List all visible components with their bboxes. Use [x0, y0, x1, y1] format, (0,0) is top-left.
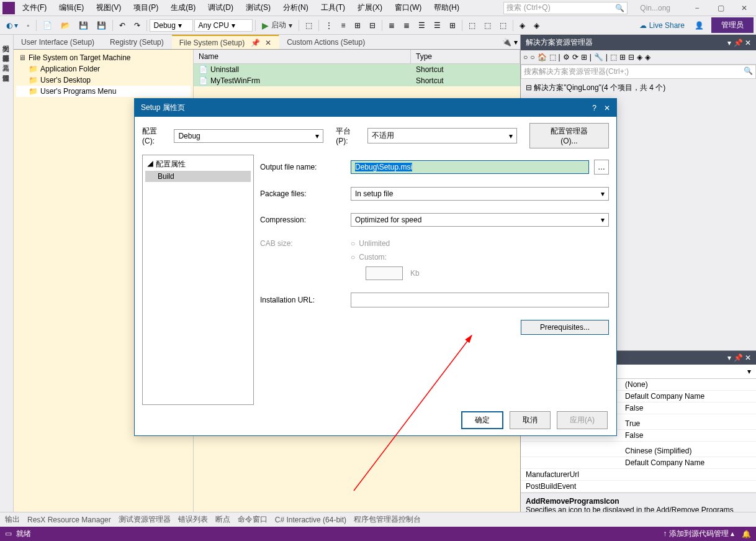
btab-error-list[interactable]: 错误列表 [178, 514, 208, 525]
btab-breakpoints[interactable]: 断点 [215, 514, 230, 525]
sol-tb-11[interactable]: ⊟ [628, 53, 634, 61]
sol-dropdown-icon[interactable]: ▾ [727, 39, 731, 47]
vtab-toolbox[interactable]: 工具箱 [0, 55, 12, 65]
tb-icon-2[interactable]: ⋮ [322, 20, 336, 31]
menu-help[interactable]: 帮助(H) [431, 1, 462, 14]
menu-file[interactable]: 文件(F) [20, 1, 49, 14]
menu-extensions[interactable]: 扩展(X) [355, 1, 385, 14]
platform-combo[interactable]: 不适用▾ [367, 128, 517, 143]
undo-button[interactable]: ↶ [115, 20, 129, 31]
sol-tb-5[interactable]: ⚙ [563, 53, 570, 61]
sol-tb-13[interactable]: ◈ [645, 53, 650, 61]
pin-icon[interactable]: 📌 [251, 39, 260, 47]
tb-icon-7[interactable]: ≣ [400, 20, 413, 31]
btab-output[interactable]: 输出 [5, 514, 20, 525]
vtab-server-explorer[interactable]: 服务器资源管理器 [0, 45, 12, 55]
props-dropdown-icon[interactable]: ▾ [727, 353, 731, 362]
notifications-icon[interactable]: 🔔 [742, 530, 751, 539]
col-name[interactable]: Name [194, 50, 411, 63]
live-share-button[interactable]: ☁ Live Share [634, 19, 690, 32]
config-dropdown[interactable]: Debug▾ [150, 19, 193, 32]
btab-csharp-interactive[interactable]: C# Interactive (64-bit) [275, 516, 346, 524]
col-type[interactable]: Type [411, 50, 520, 63]
fs-row-mytest[interactable]: 📄MyTestWinFrm Shortcut [194, 75, 520, 86]
menu-window[interactable]: 窗口(W) [392, 1, 424, 14]
close-tab-icon[interactable]: ✕ [265, 39, 271, 47]
sol-root[interactable]: ⊟ 解决方案"QingLong"(4 个项目，共 4 个) [523, 81, 754, 94]
sol-tb-3[interactable]: 🏠 [538, 53, 547, 61]
compression-combo[interactable]: Optimized for speed▾ [351, 213, 609, 227]
props-row[interactable]: Default Company Name [521, 457, 756, 469]
fs-app-folder[interactable]: 📁Application Folder [16, 63, 191, 75]
sol-tb-6[interactable]: ⟳ [572, 53, 578, 61]
sol-tb-8[interactable]: 🔧 [594, 53, 603, 61]
tb-icon-9[interactable]: ☰ [430, 20, 444, 31]
browse-button[interactable]: … [594, 160, 609, 175]
package-files-combo[interactable]: In setup file▾ [351, 187, 609, 201]
tb-icon-10[interactable]: ⊞ [446, 20, 459, 31]
tree-item-build[interactable]: Build [145, 171, 251, 182]
sol-tb-4[interactable]: ⬚ [549, 53, 556, 61]
tb-icon-4[interactable]: ⊞ [351, 20, 364, 31]
vtab-doc-outline[interactable]: 文档大纲 [0, 35, 12, 45]
menu-test[interactable]: 测试(S) [243, 1, 273, 14]
menu-project[interactable]: 项目(P) [131, 1, 161, 14]
platform-dropdown[interactable]: Any CPU▾ [194, 19, 253, 32]
tab-registry-setup[interactable]: Registry (Setup) [102, 35, 172, 49]
nav-fwd-button[interactable]: ◦ [23, 20, 33, 31]
tb-icon-12[interactable]: ⬚ [480, 20, 495, 31]
fs-programs-menu[interactable]: 📁User's Programs Menu [16, 86, 191, 97]
open-button[interactable]: 📂 [57, 20, 74, 31]
sol-pin-icon[interactable]: 📌 [734, 39, 743, 47]
props-close-icon[interactable]: ✕ [745, 353, 751, 362]
config-manager-button[interactable]: 配置管理器(O)... [529, 123, 609, 148]
props-row[interactable]: Chinese (Simplified) [521, 442, 756, 457]
sol-tb-7[interactable]: ⊞ [581, 53, 587, 61]
menu-debug[interactable]: 调试(D) [205, 1, 236, 14]
sol-tb-12[interactable]: ◈ [637, 53, 642, 61]
save-button[interactable]: 💾 [75, 20, 92, 31]
vtab-props-mgr[interactable]: 属性管理器 [0, 65, 12, 75]
menu-view[interactable]: 视图(V) [94, 1, 124, 14]
new-button[interactable]: 📄 [39, 20, 56, 31]
tree-cat-config[interactable]: ◢ 配置属性 [145, 158, 251, 171]
tb-icon-5[interactable]: ⊟ [366, 20, 379, 31]
fs-row-uninstall[interactable]: 📄Uninstall Shortcut [194, 64, 520, 75]
fs-desktop[interactable]: 📁User's Desktop [16, 75, 191, 86]
tb-icon-3[interactable]: ≡ [338, 20, 349, 31]
start-button[interactable]: ▶启动▾ [258, 19, 296, 32]
redo-button[interactable]: ↷ [130, 20, 144, 31]
output-filename-input[interactable]: Debug\Setup.msi [351, 160, 589, 174]
tb-icon-11[interactable]: ⬚ [465, 20, 479, 31]
sol-close-icon[interactable]: ✕ [745, 39, 751, 47]
minimize-button[interactable]: − [688, 2, 706, 14]
btab-test-explorer[interactable]: 测试资源管理器 [119, 514, 171, 525]
menu-edit[interactable]: 编辑(E) [56, 1, 86, 14]
sol-search[interactable]: 搜索解决方案资源管理器(Ctrl+;)🔍 [521, 65, 756, 79]
cancel-button[interactable]: 取消 [510, 411, 551, 429]
menu-build[interactable]: 生成(B) [168, 1, 198, 14]
sol-tb-9[interactable]: ⬚ [610, 53, 617, 61]
source-control-button[interactable]: ↑ 添加到源代码管理 ▴ [663, 529, 734, 539]
nav-back-button[interactable]: ◐ ▾ [2, 20, 22, 31]
user-icon[interactable]: 👤 [691, 20, 708, 31]
search-box[interactable]: 搜索 (Ctrl+Q) 🔍 [503, 2, 628, 14]
close-button[interactable]: ✕ [735, 2, 754, 14]
tb-icon-15[interactable]: ◈ [530, 20, 543, 31]
tab-ui-setup[interactable]: User Interface (Setup) [14, 35, 102, 49]
tab-filesystem-setup[interactable]: File System (Setup)📌✕ [172, 35, 279, 49]
sol-tb-2[interactable]: ○ [530, 53, 534, 61]
maximize-button[interactable]: ▢ [711, 2, 730, 14]
dialog-close-icon[interactable]: ✕ [604, 104, 610, 112]
tb-icon-8[interactable]: ☰ [415, 20, 429, 31]
tab-dropdown-icon[interactable]: ▾ [514, 38, 518, 47]
save-all-button[interactable]: 💾 [93, 20, 110, 31]
config-combo[interactable]: Debug▾ [174, 129, 323, 143]
menu-analyze[interactable]: 分析(N) [281, 1, 311, 14]
btab-command[interactable]: 命令窗口 [238, 514, 268, 525]
dialog-titlebar[interactable]: Setup 属性页 ? ✕ [135, 99, 616, 117]
tb-icon-1[interactable]: ⬚ [302, 20, 316, 31]
props-pin-icon[interactable]: 📌 [734, 353, 743, 362]
tab-plug-icon[interactable]: 🔌 [502, 38, 511, 47]
tb-icon-13[interactable]: ⬚ [496, 20, 510, 31]
